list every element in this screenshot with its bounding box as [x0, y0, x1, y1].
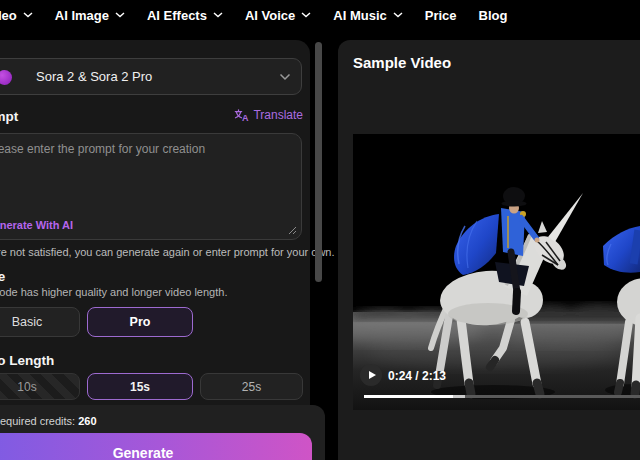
generate-with-ai-button[interactable]: Generate With AI	[0, 219, 73, 231]
chevron-down-icon	[393, 12, 403, 18]
required-credits-value: 260	[78, 415, 96, 427]
nav-item-ai-video[interactable]: AI Video	[0, 8, 33, 23]
chevron-down-icon	[301, 12, 311, 18]
nav-item-label: AI Image	[55, 8, 109, 23]
nav-item-label: Blog	[479, 8, 508, 23]
nav-item-price[interactable]: Price	[425, 8, 457, 23]
chevron-down-icon	[279, 73, 291, 81]
progress-played	[364, 395, 453, 398]
resize-handle-icon[interactable]	[288, 226, 297, 235]
svg-text:A: A	[242, 113, 249, 122]
nav-item-label: AI Voice	[245, 8, 295, 23]
video-length-heading: Video Length	[0, 353, 54, 368]
sample-video-player[interactable]: 0:24 / 2:13	[353, 134, 640, 410]
model-select-value: Sora 2 & Sora 2 Pro	[36, 59, 152, 94]
model-select[interactable]: Sora 2 & Sora 2 Pro	[0, 58, 302, 95]
model-color-dot-icon	[0, 70, 12, 85]
progress-bar[interactable]	[364, 395, 640, 398]
playback-time: 0:24 / 2:13	[388, 369, 446, 383]
top-nav: AI Video AI Image AI Effects AI Voice AI…	[0, 0, 507, 30]
nav-item-label: AI Music	[333, 8, 386, 23]
vertical-scrollbar-thumb[interactable]	[315, 42, 322, 282]
nav-item-label: Price	[425, 8, 457, 23]
nav-item-ai-image[interactable]: AI Image	[55, 8, 125, 23]
sample-video-title: Sample Video	[353, 54, 451, 71]
generate-button[interactable]: Generate	[0, 433, 312, 460]
nav-item-ai-effects[interactable]: AI Effects	[147, 8, 223, 23]
required-credits-label: Required credits:	[0, 415, 75, 427]
length-10s-button[interactable]: 10s	[0, 373, 80, 400]
length-15s-button[interactable]: 15s	[87, 373, 193, 400]
mode-description: Pro mode has higher quality and longer v…	[0, 286, 227, 298]
prompt-label: Prompt	[0, 109, 18, 124]
translate-label: Translate	[253, 108, 303, 122]
chevron-down-icon	[115, 12, 125, 18]
generator-footer: Required credits: 260 Generate	[0, 405, 325, 460]
sample-panel: Sample Video	[338, 40, 640, 460]
nav-item-label: AI Effects	[147, 8, 207, 23]
required-credits: Required credits: 260	[0, 415, 97, 427]
prompt-placeholder: Please enter the prompt for your creatio…	[0, 142, 205, 156]
length-25s-button[interactable]: 25s	[200, 373, 303, 400]
play-button[interactable]	[360, 364, 382, 386]
chevron-down-icon	[213, 12, 223, 18]
play-icon	[369, 371, 376, 379]
nav-item-ai-music[interactable]: AI Music	[333, 8, 402, 23]
mode-heading: Mode	[0, 269, 5, 284]
generate-with-ai-label: Generate With AI	[0, 219, 73, 231]
mode-basic-button[interactable]: Basic	[0, 307, 80, 337]
chevron-down-icon	[23, 12, 33, 18]
regenerate-hint: If you're not satisfied, you can generat…	[0, 246, 335, 258]
generator-panel: Sora 2 & Sora 2 Pro Prompt A Translate P…	[0, 40, 310, 460]
translate-icon: A	[234, 109, 249, 122]
prompt-textarea[interactable]: Please enter the prompt for your creatio…	[0, 133, 302, 240]
nav-item-label: AI Video	[0, 8, 17, 23]
nav-item-blog[interactable]: Blog	[479, 8, 508, 23]
translate-button[interactable]: A Translate	[234, 108, 303, 122]
mode-pro-button[interactable]: Pro	[87, 307, 193, 337]
nav-item-ai-voice[interactable]: AI Voice	[245, 8, 311, 23]
